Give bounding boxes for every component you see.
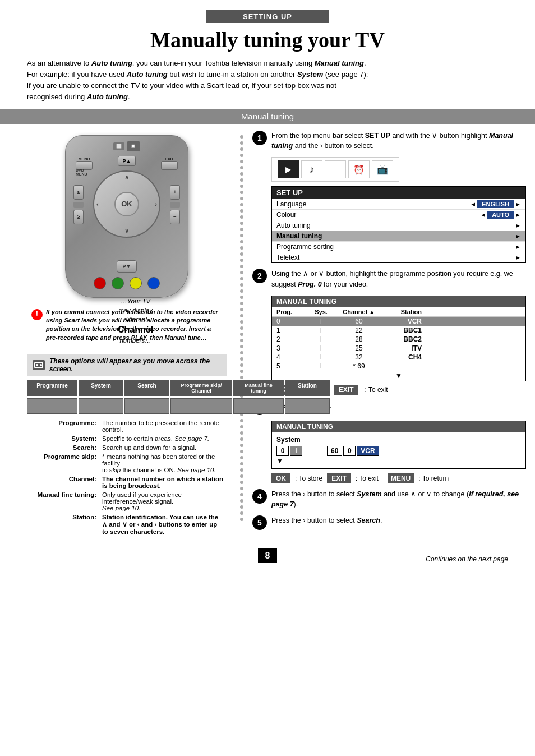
mt2-cell-0: 0 xyxy=(276,446,289,456)
exit-btn-1[interactable]: EXIT xyxy=(334,385,358,395)
arrow-left-lang: ◄ xyxy=(470,201,476,208)
step-1: 1 From the top menu bar select SET UP an… xyxy=(252,131,526,152)
intro-text: As an alternative to Auto tuning, you ca… xyxy=(27,58,508,103)
green-button xyxy=(112,277,124,289)
box-progskip xyxy=(170,398,232,414)
setup-table-header: SET UP xyxy=(272,187,525,199)
pa-button: P▲ xyxy=(118,156,136,166)
option-programme: Programme: The number to be pressed on t… xyxy=(27,418,227,434)
continues-text: Continues on the next page xyxy=(426,555,508,563)
box-fine xyxy=(233,398,284,414)
dots-separator xyxy=(236,124,248,540)
mt2-cell-vcr: VCR xyxy=(357,446,379,456)
exit-action-2: : To exit xyxy=(356,474,379,482)
blue-button xyxy=(147,277,160,289)
up-arrow: ∧ xyxy=(124,174,129,181)
menu-icon-music: ♪ xyxy=(301,160,322,178)
tape-icon xyxy=(33,360,45,370)
mt2-system-label: System xyxy=(276,436,521,444)
mt1-row-0: 0 I 60 VCR xyxy=(272,317,525,326)
box-station xyxy=(285,398,330,414)
remote-top-icon: ⬜ xyxy=(113,142,124,150)
remote-image: ⬜ ▣ MENU P▲ EXIT DVDMENU xyxy=(27,135,227,298)
col-header-fine: Manual finetuning xyxy=(233,380,284,396)
channel-panel: …Your TV may display different Channel n… xyxy=(118,297,153,345)
setup-row-autotuning: Auto tuning ► xyxy=(272,220,525,231)
setup-table: SET UP Language ◄ ENGLISH ► Colour ◄ AUT… xyxy=(271,186,526,263)
step-4-text: Press the › button to select System and … xyxy=(271,489,526,510)
step-5-number: 5 xyxy=(252,515,267,530)
mt1-col-headers: Prog. Sys. Channel ▲ Station xyxy=(272,307,525,317)
option-system: System: Specific to certain areas. See p… xyxy=(27,434,227,443)
menu-action-2: : To return xyxy=(418,474,449,482)
menu-btn-2[interactable]: MENU xyxy=(388,473,414,483)
ok-btn-2[interactable]: OK xyxy=(271,473,290,483)
col-header-system: System xyxy=(79,380,123,396)
menu-icon-clock: ⏰ xyxy=(348,160,370,178)
manual-tuning-table-1: MANUAL TUNING Prog. Sys. Channel ▲ Stati… xyxy=(271,296,526,381)
step-2-text: Using the ∧ or ∨ button, highlight the p… xyxy=(271,269,526,290)
step-2-number: 2 xyxy=(252,269,267,283)
col-header-progskip: Programme skip/Channel xyxy=(170,380,232,396)
red-button xyxy=(94,277,106,289)
arrow-right-lang: ► xyxy=(515,201,521,208)
option-station: Station: Station identification. You can… xyxy=(27,513,227,536)
options-note: These options will appear as you move ac… xyxy=(27,354,227,376)
progsorting-arrow: ► xyxy=(515,243,521,250)
setup-row-manualtuning: Manual tuning ► xyxy=(272,231,525,241)
manualtuning-arrow: ► xyxy=(515,233,521,239)
dpad: OK ∧ ∨ ‹ › xyxy=(93,170,160,238)
box-search xyxy=(124,398,169,414)
remote-control: ⬜ ▣ MENU P▲ EXIT DVDMENU xyxy=(65,135,188,298)
page-footer: 8 Continues on the next page xyxy=(0,548,535,563)
mt2-body: System 0 I 60 0 VCR ▼ xyxy=(272,432,525,468)
exit-btn-2[interactable]: EXIT xyxy=(327,473,351,483)
page-number: 8 xyxy=(258,548,277,563)
left-side-buttons: ≤ ≥ xyxy=(73,185,84,224)
mt2-down-arrow: ▼ xyxy=(276,457,521,465)
menu-icon-black: ▶ xyxy=(278,160,299,178)
col-header-search: Search xyxy=(124,380,169,396)
col-headers: Programme System Search Programme skip/C… xyxy=(27,380,227,396)
step-4: 4 Press the › button to select System an… xyxy=(252,489,526,510)
setup-row-progsorting: Programme sorting ► xyxy=(272,241,525,252)
mt2-cells-row: 0 I 60 0 VCR xyxy=(276,446,521,456)
setting-up-bar: SETTING UP xyxy=(206,10,329,23)
manual-tuning-table-2: MANUAL TUNING System 0 I 60 0 VCR ▼ xyxy=(271,421,526,469)
menu-icons-bar: ▶ ♪ ⊞ ⏰ 📺 xyxy=(271,157,399,182)
col-header-station: Station xyxy=(285,380,330,396)
ok-action-2: : To store xyxy=(295,474,322,482)
dvd-menu-label: DVDMENU xyxy=(76,168,87,177)
main-title: Manually tuning your TV xyxy=(0,27,535,52)
remote-top-icon2: ▣ xyxy=(127,141,140,151)
step-5-text: Press the › button to select Search. xyxy=(271,515,526,526)
down-arrow: ∨ xyxy=(124,227,129,234)
autotuning-arrow: ► xyxy=(515,222,521,229)
bottom-area: These options will appear as you move ac… xyxy=(27,354,227,536)
left-arrow: ‹ xyxy=(96,201,99,208)
menu-icon-settings: ⊞ xyxy=(325,160,346,178)
mt1-down-arrow: ▼ xyxy=(272,371,525,381)
pv-button: P▼ xyxy=(117,260,137,273)
arrow-left-colour: ◄ xyxy=(480,211,486,218)
box-programme xyxy=(27,398,77,414)
mt1-row-4: 4 I 32 CH4 xyxy=(272,353,525,362)
lang-value: ENGLISH xyxy=(477,200,514,208)
option-progskip: Programme skip: * means nothing has been… xyxy=(27,452,227,474)
exit-button-area: EXIT xyxy=(161,157,178,170)
section-banner: Manual tuning xyxy=(0,109,535,124)
setup-row-teletext: Teletext ► xyxy=(272,252,525,262)
setup-row-colour: Colour ◄ AUTO ► xyxy=(272,209,525,220)
col-sys: Sys. xyxy=(306,308,336,315)
ok-button[interactable]: OK xyxy=(114,192,139,216)
right-side-buttons: + − xyxy=(170,185,180,224)
col-header-programme: Programme xyxy=(27,380,77,396)
step-1-text: From the top menu bar select SET UP and … xyxy=(271,131,526,152)
color-buttons xyxy=(94,277,160,289)
arrow-right-colour: ► xyxy=(515,211,521,218)
options-descriptions: Programme: The number to be pressed on t… xyxy=(27,418,227,536)
mt1-row-5: 5 I * 69 xyxy=(272,362,525,371)
col-st: Station xyxy=(381,308,426,315)
mt1-row-3: 3 I 25 ITV xyxy=(272,344,525,353)
mt1-row-1: 1 I 22 BBC1 xyxy=(272,326,525,335)
